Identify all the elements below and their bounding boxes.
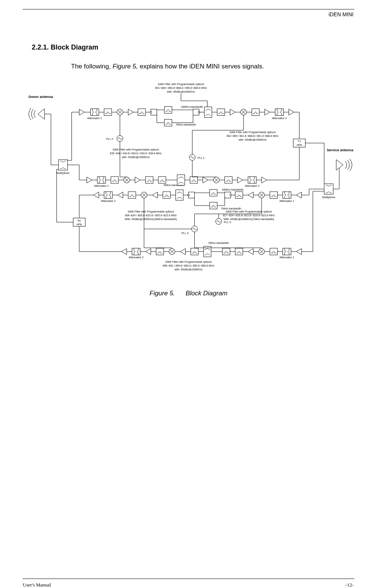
saw1-l2: 851~869 / 850.8~868.8 / 850.6~868.6 MHz: [155, 87, 207, 90]
pll4-label: PLL 4: [224, 221, 231, 224]
intro-figure-ref: Figure 5,: [113, 63, 138, 70]
footer-rule: [23, 579, 354, 579]
section-title: Block Diagram: [51, 43, 98, 51]
left-multiplexer-icon: [59, 160, 68, 170]
figure-container: Donor antenna Multiplexer Attenuator 1: [23, 78, 354, 275]
row4-att1-label: Attenuator 1: [279, 256, 294, 259]
saw5-l1: SAW Filter with Programmable options: [226, 210, 272, 213]
row2-att2-label: Attenuator 2: [245, 185, 259, 188]
saw4-l2: 806~824 / 805.8~823.8 / 805.6~823.6 MHz: [125, 214, 177, 217]
saw1-l3: with -65dBc@±500KHz: [167, 90, 195, 93]
saw5-l2: 817~824 / 816.8~823.8 / 816.6~823.6 MHz: [223, 214, 275, 217]
pll3-label: PLL 3: [182, 232, 188, 235]
row3-bw7: 7MHz-bandwidth: [221, 207, 241, 210]
saw2-l1: SAW Filter with Programmable options: [230, 131, 276, 134]
section-number: 2.2.1.: [32, 43, 49, 51]
footer-right: -12-: [345, 582, 354, 588]
saw4-l1: SAW Filter with Programmable options: [128, 210, 174, 213]
row3-att1-label: Attenuator 1: [279, 200, 294, 203]
row2-att1-label: Attenuator 1: [94, 185, 109, 188]
row1-bw7: 7MHz-bandwidth: [176, 123, 196, 126]
row4-att2-label: Attenuator 2: [129, 256, 143, 259]
header-rule: [23, 9, 354, 9]
service-antenna-icon: [336, 159, 352, 171]
left-multiplexer-label: Multiplexer: [56, 172, 70, 175]
intro-suffix: explains how the iDEN MINI serves signal…: [138, 63, 264, 70]
row1-att1-label: Attenuator 1: [87, 117, 102, 120]
saw6-l2: 896~901 / 895.8~900.8 / 895.6~900.6 MHz: [163, 264, 214, 267]
figure-caption-num: Figure 5.: [150, 290, 175, 297]
saw2-l3: with -65dBc@±500KHz: [238, 138, 267, 141]
intro-text: The following, Figure 5, explains how th…: [71, 63, 354, 70]
rx-hpa-l2: HPA: [76, 223, 82, 226]
row1-att2-label: Attenuator 2: [272, 117, 287, 120]
saw2-l2: 862~869 / 861.8~868.8 / 861.6~868.6 MHz: [227, 135, 279, 138]
intro-prefix: The following,: [71, 63, 113, 70]
saw3-l2: 935~940 / 934.8~939.8 / 934.6~939.6 MHz: [110, 152, 162, 155]
saw5-l3: With -65dBc@±500KHz(7MHz-bandwidth): [223, 218, 274, 221]
row4-bw5: 5MHz-bandwidth: [208, 242, 229, 245]
row3-att2-label: Attenuator 2: [101, 200, 116, 203]
header-product: iDEN MINI: [329, 11, 354, 17]
row1-bw18: 18MHz-bandwidth: [181, 105, 203, 109]
donor-antenna-label-l1: Donor antenna: [29, 95, 54, 99]
row3-bw18: 18MHz-bandwidth: [222, 188, 244, 191]
saw1-l1: SAW Filter with Programmable options: [158, 83, 204, 86]
figure-caption-title: Block Diagram: [186, 290, 228, 297]
footer-left: User's Manual: [23, 582, 51, 588]
right-multiplexer-icon: [324, 184, 333, 194]
saw3-l3: with -65dBc@±500KHz: [121, 156, 150, 159]
right-multiplexer-label: Multiplexer: [322, 196, 335, 199]
rx-hpa-l1: Rx: [78, 219, 81, 222]
saw6-l3: with -65dBc@±500KHz: [174, 268, 202, 271]
tx-hpa-l1: Tx: [298, 140, 301, 143]
service-antenna-label: Service antenna: [327, 148, 354, 152]
saw3-l1: SAW Filter with Programmable options: [113, 148, 159, 151]
donor-antenna-icon: [29, 108, 45, 120]
pll2-label: PLL 2: [106, 138, 113, 141]
figure-caption: Figure 5. Block Diagram: [23, 290, 354, 297]
tx-hpa-l2: HPA: [296, 144, 302, 147]
saw4-l3: With -65dBc@±500KHz(18MHz-bandwidth): [125, 218, 177, 221]
document-page: iDEN MINI 2.2.1. Block Diagram The follo…: [0, 9, 377, 588]
section-heading: 2.2.1. Block Diagram: [32, 43, 354, 51]
pll1-label: PLL 1: [197, 157, 204, 160]
block-diagram: Donor antenna Multiplexer Attenuator 1: [23, 78, 354, 275]
saw6-l1: SAW Filter with Programmable options: [165, 261, 212, 264]
